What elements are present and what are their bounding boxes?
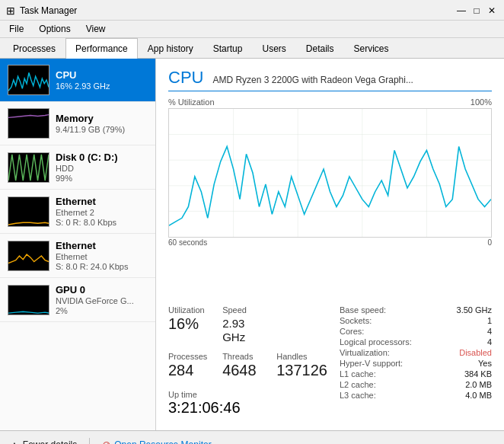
ethernet2-info: Ethernet Ethernet S: 8.0 R: 24.0 Kbps	[56, 240, 148, 271]
spec-hyperv-key: Hyper-V support:	[340, 359, 403, 368]
spec-sockets-val: 1	[487, 316, 492, 325]
cpu-panel-name: AMD Ryzen 3 2200G with Radeon Vega Graph…	[212, 75, 413, 85]
utilization-stat-value: 16%	[168, 315, 216, 333]
speed-stat-label: Speed	[222, 305, 270, 315]
speed-stat: Speed 2.93 GHz	[222, 305, 270, 344]
spec-l3: L3 cache: 4.0 MB	[340, 391, 492, 400]
spec-hyperv-val: Yes	[478, 359, 492, 368]
spec-hyperv: Hyper-V support: Yes	[340, 359, 492, 368]
spec-l3-val: 4.0 MB	[465, 391, 492, 400]
graph-time: 60 seconds 0	[168, 238, 492, 247]
chevron-up-icon: ▲	[9, 439, 20, 445]
handles-stat-label: Handles	[276, 352, 327, 361]
gpu-sub: 2%	[56, 306, 148, 315]
spec-sockets: Sockets: 1	[340, 316, 492, 325]
cpu-mini-chart	[8, 65, 49, 95]
tab-performance[interactable]: Performance	[65, 38, 138, 59]
sidebar-item-ethernet2[interactable]: Ethernet Ethernet S: 8.0 R: 24.0 Kbps	[0, 234, 155, 278]
cpu-label: CPU	[56, 69, 148, 81]
ethernet2-mini-chart	[8, 241, 49, 271]
handles-stat: Handles 137126	[276, 352, 327, 379]
bottom-bar: ▲ Fewer details ⊘ Open Resource Monitor	[0, 430, 504, 444]
tab-users[interactable]: Users	[252, 38, 295, 59]
utilization-stat-label: Utilization	[168, 305, 216, 315]
spec-cores-key: Cores:	[340, 327, 364, 336]
spec-logical-key: Logical processors:	[340, 337, 412, 347]
processes-stat-label: Processes	[168, 352, 216, 361]
tab-apphistory[interactable]: App history	[138, 38, 203, 59]
spec-virt: Virtualization: Disabled	[340, 348, 492, 357]
fewer-details-button[interactable]: ▲ Fewer details	[9, 439, 77, 445]
utilization-stat: Utilization 16%	[168, 305, 216, 344]
disk-info: Disk 0 (C: D:) HDD 99%	[56, 152, 148, 183]
ethernet1-sub: S: 0 R: 8.0 Kbps	[56, 218, 148, 227]
tab-bar: Processes Performance App history Startu…	[0, 38, 504, 59]
ethernet2-sub2: Ethernet	[56, 252, 148, 261]
spec-sockets-key: Sockets:	[340, 316, 372, 325]
handles-stat-value: 137126	[276, 361, 327, 379]
spec-l1-val: 384 KB	[464, 369, 492, 379]
ethernet2-label: Ethernet	[56, 240, 148, 251]
ethernet1-label: Ethernet	[56, 196, 148, 207]
menu-options[interactable]: Options	[36, 22, 73, 36]
uptime-stat: Up time 3:21:06:46	[168, 390, 327, 417]
main-content: CPU 16% 2.93 GHz Memory 9.4/11.9 GB (79%…	[0, 59, 504, 430]
minimize-button[interactable]: —	[455, 5, 467, 17]
uptime-label: Up time	[168, 390, 327, 399]
cpu-info: CPU 16% 2.93 GHz	[56, 69, 148, 91]
ethernet1-info: Ethernet Ethernet 2 S: 0 R: 8.0 Kbps	[56, 196, 148, 227]
spec-logical-val: 4	[487, 337, 492, 347]
processes-stat-value: 284	[168, 361, 216, 379]
graph-max: 100%	[471, 97, 492, 107]
maximize-button[interactable]: □	[471, 5, 483, 17]
memory-label: Memory	[56, 113, 148, 124]
spec-basespeed-val: 3.50 GHz	[457, 305, 492, 315]
gpu-mini-chart	[8, 285, 49, 315]
spec-basespeed: Base speed: 3.50 GHz	[340, 305, 492, 315]
disk-sub2: HDD	[56, 164, 148, 173]
threads-stat-value: 4648	[222, 361, 270, 379]
close-button[interactable]: ✕	[486, 5, 498, 17]
tab-startup[interactable]: Startup	[203, 38, 253, 59]
gpu-info: GPU 0 NVIDIA GeForce G... 2%	[56, 284, 148, 315]
sidebar-item-gpu[interactable]: GPU 0 NVIDIA GeForce G... 2%	[0, 278, 155, 322]
sidebar-item-disk[interactable]: Disk 0 (C: D:) HDD 99%	[0, 145, 155, 190]
spec-cores-val: 4	[487, 327, 492, 336]
tab-processes[interactable]: Processes	[3, 38, 65, 59]
graph-time-right: 0	[487, 238, 492, 247]
stats-left: Utilization 16% Speed 2.93 GHz Processes…	[168, 305, 327, 421]
app-icon: ⊞	[6, 5, 15, 17]
bottom-divider	[89, 438, 90, 445]
open-resource-monitor-button[interactable]: ⊘ Open Resource Monitor	[102, 439, 211, 445]
sidebar-item-cpu[interactable]: CPU 16% 2.93 GHz	[0, 59, 155, 102]
speed-stat-value: 2.93 GHz	[222, 315, 270, 344]
ethernet2-sub: S: 8.0 R: 24.0 Kbps	[56, 262, 148, 271]
ethernet1-mini-chart	[8, 196, 49, 227]
cpu-sub: 16% 2.93 GHz	[56, 81, 148, 91]
sidebar: CPU 16% 2.93 GHz Memory 9.4/11.9 GB (79%…	[0, 59, 156, 430]
graph-label: % Utilization 100%	[168, 97, 492, 107]
spec-logical: Logical processors: 4	[340, 337, 492, 347]
disk-sub: 99%	[56, 174, 148, 183]
menu-view[interactable]: View	[83, 22, 109, 36]
cpu-panel-title: CPU	[168, 68, 203, 88]
disk-label: Disk 0 (C: D:)	[56, 152, 148, 163]
tab-details[interactable]: Details	[296, 38, 344, 59]
utilization-label-text: % Utilization	[168, 97, 215, 107]
menu-file[interactable]: File	[6, 22, 27, 36]
gpu-sub2: NVIDIA GeForce G...	[56, 296, 148, 305]
spec-l3-key: L3 cache:	[340, 391, 376, 400]
stats-row: Utilization 16% Speed 2.93 GHz Processes…	[168, 305, 492, 421]
memory-mini-chart	[8, 108, 49, 139]
tab-services[interactable]: Services	[344, 38, 399, 59]
menu-bar: File Options View	[0, 21, 504, 38]
graph-container: % Utilization 100%	[168, 97, 492, 296]
title-bar-controls: — □ ✕	[455, 5, 498, 17]
sidebar-item-ethernet1[interactable]: Ethernet Ethernet 2 S: 0 R: 8.0 Kbps	[0, 190, 155, 234]
spec-l2-key: L2 cache:	[340, 380, 376, 389]
cpu-panel: CPU AMD Ryzen 3 2200G with Radeon Vega G…	[156, 59, 504, 430]
spec-basespeed-key: Base speed:	[340, 305, 386, 315]
spec-l2: L2 cache: 2.0 MB	[340, 380, 492, 389]
sidebar-item-memory[interactable]: Memory 9.4/11.9 GB (79%)	[0, 102, 155, 145]
spec-l2-val: 2.0 MB	[465, 380, 492, 389]
